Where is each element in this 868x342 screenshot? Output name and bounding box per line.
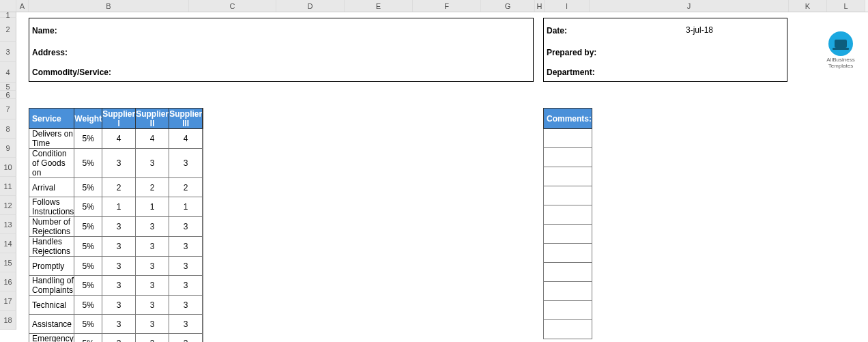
row-header[interactable]: 5 xyxy=(0,83,16,91)
table-cell[interactable]: Number of Rejections xyxy=(29,217,74,237)
row-header[interactable]: 1 xyxy=(0,12,16,18)
table-cell[interactable]: 3 xyxy=(102,315,136,334)
table-cell[interactable]: 3 xyxy=(169,237,203,257)
row-header[interactable]: 10 xyxy=(0,158,16,177)
comments-cell[interactable] xyxy=(544,320,592,339)
comments-cell[interactable] xyxy=(544,167,592,186)
table-cell[interactable]: Handling of Complaints xyxy=(29,276,74,296)
table-cell[interactable] xyxy=(203,178,203,197)
table-cell[interactable]: 5% xyxy=(74,178,102,197)
column-header[interactable]: A xyxy=(16,0,29,12)
table-cell[interactable]: 3 xyxy=(136,237,169,257)
row-header[interactable]: 17 xyxy=(0,291,16,311)
table-cell[interactable] xyxy=(203,334,203,343)
table-cell[interactable] xyxy=(203,149,203,178)
table-cell[interactable]: 5% xyxy=(74,334,102,343)
comments-cell[interactable] xyxy=(544,263,592,282)
column-header[interactable]: I xyxy=(545,0,590,12)
row-header[interactable]: 16 xyxy=(0,272,16,291)
row-header[interactable]: 12 xyxy=(0,196,16,215)
table-cell[interactable]: 3 xyxy=(136,334,169,343)
table-cell[interactable]: 3 xyxy=(169,217,203,237)
table-cell[interactable] xyxy=(203,296,203,315)
table-cell[interactable]: 2 xyxy=(136,178,169,197)
row-header[interactable]: 9 xyxy=(0,139,16,158)
row-header[interactable]: 3 xyxy=(0,42,16,62)
column-header[interactable]: C xyxy=(189,0,276,12)
table-cell[interactable]: 3 xyxy=(136,149,169,178)
column-header[interactable]: G xyxy=(481,0,535,12)
table-cell[interactable]: 2 xyxy=(169,178,203,197)
table-cell[interactable]: 5% xyxy=(74,149,102,178)
table-cell[interactable]: 3 xyxy=(102,276,136,296)
table-cell[interactable]: Arrival xyxy=(29,178,74,197)
table-cell[interactable]: 3 xyxy=(169,149,203,178)
row-header[interactable]: 13 xyxy=(0,215,16,234)
table-cell[interactable]: 5% xyxy=(74,315,102,334)
table-cell[interactable]: 3 xyxy=(169,296,203,315)
table-cell[interactable]: 2 xyxy=(102,178,136,197)
column-header[interactable]: B xyxy=(29,0,189,12)
comments-cell[interactable] xyxy=(544,225,592,244)
comments-cell[interactable] xyxy=(544,205,592,225)
table-cell[interactable]: 4 xyxy=(169,129,203,149)
date-value[interactable]: 3-jul-18 xyxy=(686,25,713,35)
table-cell[interactable]: 3 xyxy=(102,149,136,178)
table-cell[interactable]: Technical xyxy=(29,296,74,315)
table-cell[interactable]: Delivers on Time xyxy=(29,129,74,149)
table-cell[interactable]: 3 xyxy=(136,315,169,334)
row-header[interactable]: 4 xyxy=(0,62,16,83)
table-cell[interactable]: Handles Rejections xyxy=(29,237,74,257)
table-cell[interactable]: 5% xyxy=(74,129,102,149)
table-cell[interactable]: Condition of Goods on xyxy=(29,149,74,178)
row-header[interactable]: 6 xyxy=(0,91,16,99)
table-cell[interactable]: 3 xyxy=(169,276,203,296)
table-cell[interactable]: 3 xyxy=(102,217,136,237)
column-header[interactable]: H xyxy=(535,0,545,12)
table-cell[interactable]: 3 xyxy=(136,257,169,276)
table-cell[interactable]: 3 xyxy=(102,257,136,276)
comments-cell[interactable] xyxy=(544,148,592,167)
table-cell[interactable] xyxy=(203,276,203,296)
table-cell[interactable]: 3 xyxy=(169,257,203,276)
table-cell[interactable]: 3 xyxy=(136,296,169,315)
table-cell[interactable]: 4 xyxy=(136,129,169,149)
table-cell[interactable]: 4 xyxy=(102,129,136,149)
table-cell[interactable]: 3 xyxy=(102,334,136,343)
table-cell[interactable]: Assistance xyxy=(29,315,74,334)
row-header[interactable]: 14 xyxy=(0,234,16,253)
column-header[interactable]: E xyxy=(345,0,413,12)
column-header[interactable]: F xyxy=(413,0,481,12)
comments-cell[interactable] xyxy=(544,244,592,263)
table-cell[interactable]: 5% xyxy=(74,197,102,217)
table-cell[interactable]: 1 xyxy=(136,197,169,217)
table-cell[interactable]: 3 xyxy=(169,315,203,334)
table-cell[interactable]: Promptly xyxy=(29,257,74,276)
column-header[interactable]: L xyxy=(827,0,865,12)
table-cell[interactable]: 5% xyxy=(74,296,102,315)
column-header[interactable]: D xyxy=(276,0,345,12)
table-cell[interactable]: 5% xyxy=(74,257,102,276)
comments-cell[interactable] xyxy=(544,129,592,148)
table-cell[interactable]: 1 xyxy=(169,197,203,217)
table-cell[interactable]: 3 xyxy=(102,296,136,315)
comments-cell[interactable] xyxy=(544,282,592,301)
column-header[interactable]: K xyxy=(789,0,827,12)
row-header[interactable]: 18 xyxy=(0,311,16,330)
table-cell[interactable] xyxy=(203,237,203,257)
table-cell[interactable]: 3 xyxy=(169,334,203,343)
table-cell[interactable]: 5% xyxy=(74,276,102,296)
row-header[interactable]: 11 xyxy=(0,177,16,196)
row-header[interactable]: 8 xyxy=(0,119,16,139)
table-cell[interactable]: Follows Instructions xyxy=(29,197,74,217)
row-header[interactable]: 2 xyxy=(0,18,16,42)
table-cell[interactable]: 5% xyxy=(74,217,102,237)
table-cell[interactable]: 5% xyxy=(74,237,102,257)
table-cell[interactable]: 3 xyxy=(136,276,169,296)
table-cell[interactable] xyxy=(203,197,203,217)
table-cell[interactable]: 3 xyxy=(136,217,169,237)
table-cell[interactable]: 3 xyxy=(102,237,136,257)
table-cell[interactable]: Emergency Aid xyxy=(29,334,74,343)
table-cell[interactable]: 1 xyxy=(102,197,136,217)
table-cell[interactable] xyxy=(203,129,203,149)
